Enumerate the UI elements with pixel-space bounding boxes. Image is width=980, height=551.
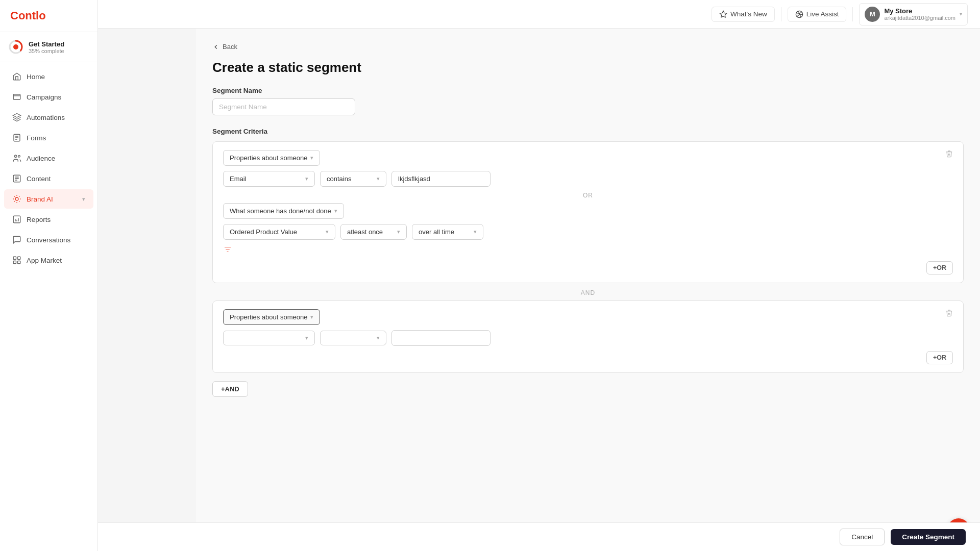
- segment-name-label: Segment Name: [212, 87, 964, 94]
- topbar-divider-2: [852, 7, 853, 21]
- criteria-block-2-row2: ▾ ▾: [223, 330, 953, 346]
- sidebar-item-automations[interactable]: Automations: [4, 108, 93, 127]
- svg-marker-14: [720, 11, 726, 17]
- plus-or-2-button[interactable]: +OR: [926, 351, 953, 364]
- criteria-1-field-chevron-down-icon: ▾: [305, 176, 308, 182]
- criteria-1-field-select[interactable]: Email ▾: [223, 171, 315, 187]
- logo[interactable]: Contlo: [0, 0, 97, 32]
- criteria-3-operator-select[interactable]: ▾: [320, 331, 386, 345]
- svg-rect-13: [18, 261, 20, 264]
- criteria-1-operator-chevron-down-icon: ▾: [377, 176, 380, 182]
- user-menu-chevron-down-icon: ▾: [960, 11, 962, 17]
- criteria-1-operator-select[interactable]: contains ▾: [320, 171, 386, 187]
- criteria-2-operator-chevron-down-icon: ▾: [397, 229, 400, 235]
- criteria-1-field-value: Email: [230, 175, 247, 183]
- page-title: Create a static segment: [212, 60, 964, 76]
- delete-criteria-1-button[interactable]: [943, 149, 955, 160]
- criteria-3-type-select[interactable]: Properties about someone ▾: [223, 309, 320, 325]
- criteria-1-type-select[interactable]: Properties about someone ▾: [223, 150, 320, 166]
- trash-icon: [945, 150, 953, 158]
- sidebar-item-home[interactable]: Home: [4, 67, 93, 86]
- whats-new-icon: [719, 10, 727, 18]
- back-link[interactable]: Back: [212, 43, 237, 51]
- progress-circle-icon: [8, 39, 23, 55]
- criteria-2-type-chevron-down-icon: ▾: [334, 208, 337, 214]
- audience-icon: [12, 154, 21, 163]
- user-email: arkajitdatta2010@gmail.com: [884, 15, 955, 21]
- live-assist-button[interactable]: Live Assist: [788, 7, 847, 22]
- sidebar: Contlo Get Started 35% complete Home Cam…: [0, 0, 98, 551]
- whats-new-label: What's New: [730, 10, 767, 18]
- reports-icon: [12, 215, 21, 224]
- brand-ai-expand-icon: ▾: [82, 196, 85, 203]
- criteria-2-field-value: Ordered Product Value: [230, 228, 297, 236]
- sidebar-item-content[interactable]: Content: [4, 169, 93, 188]
- criteria-2-time-select[interactable]: over all time ▾: [412, 224, 483, 240]
- conversations-icon: [12, 235, 21, 244]
- avatar: M: [865, 7, 880, 22]
- criteria-3-field-select[interactable]: ▾: [223, 331, 315, 345]
- live-assist-icon: [795, 10, 803, 18]
- criteria-3-type-value: Properties about someone: [230, 313, 307, 321]
- criteria-2-field-select[interactable]: Ordered Product Value ▾: [223, 224, 335, 240]
- get-started-title: Get Started: [29, 40, 64, 48]
- svg-rect-12: [13, 261, 16, 264]
- user-menu[interactable]: M My Store arkajitdatta2010@gmail.com ▾: [859, 3, 968, 26]
- svg-rect-9: [13, 216, 20, 223]
- criteria-3-value-input[interactable]: [391, 330, 491, 346]
- segment-name-section: Segment Name: [212, 87, 964, 115]
- topbar: What's New Live Assist M My Store arkaji…: [98, 0, 980, 29]
- campaigns-icon: [12, 92, 21, 102]
- cancel-button[interactable]: Cancel: [840, 529, 885, 545]
- trash-2-icon: [945, 309, 953, 317]
- criteria-row-2-fields: Ordered Product Value ▾ atleast once ▾ o…: [223, 224, 953, 240]
- sidebar-item-forms-label: Forms: [27, 134, 46, 142]
- segment-name-input[interactable]: [212, 98, 355, 115]
- criteria-row-1-type: Properties about someone ▾: [223, 150, 953, 166]
- svg-rect-3: [13, 94, 20, 100]
- sidebar-item-reports[interactable]: Reports: [4, 210, 93, 229]
- whats-new-button[interactable]: What's New: [712, 7, 775, 22]
- and-button[interactable]: +AND: [212, 381, 248, 397]
- create-segment-button[interactable]: Create Segment: [891, 529, 966, 545]
- criteria-1-operator-value: contains: [327, 175, 351, 183]
- sidebar-item-app-market-label: App Market: [27, 257, 62, 264]
- plus-or-1-button[interactable]: +OR: [926, 261, 953, 274]
- get-started-item[interactable]: Get Started 35% complete: [0, 32, 97, 62]
- sidebar-item-campaigns[interactable]: Campaigns: [4, 87, 93, 107]
- criteria-1-value-input[interactable]: [391, 171, 491, 187]
- svg-point-8: [15, 197, 18, 201]
- sidebar-item-forms[interactable]: Forms: [4, 128, 93, 147]
- criteria-3-field-chevron-down-icon: ▾: [305, 335, 308, 341]
- sidebar-item-brand-ai[interactable]: Brand AI ▾: [4, 189, 93, 209]
- criteria-1-type-value: Properties about someone: [230, 154, 307, 162]
- user-name: My Store: [884, 7, 955, 15]
- and-label: AND: [212, 289, 964, 296]
- svg-rect-10: [13, 257, 16, 259]
- svg-point-2: [13, 44, 18, 49]
- criteria-2-time-chevron-down-icon: ▾: [474, 229, 477, 235]
- criteria-2-operator-select[interactable]: atleast once ▾: [340, 224, 407, 240]
- sidebar-item-app-market[interactable]: App Market: [4, 251, 93, 270]
- criteria-3-operator-chevron-down-icon: ▾: [377, 335, 380, 341]
- sidebar-item-content-label: Content: [27, 175, 51, 183]
- criteria-2-type-select[interactable]: What someone has done/not done ▾: [223, 203, 344, 219]
- delete-criteria-2-button[interactable]: [943, 308, 955, 319]
- nav-items: Home Campaigns Automations Forms Audienc…: [0, 62, 97, 551]
- automations-icon: [12, 113, 21, 122]
- back-label: Back: [223, 43, 237, 51]
- avatar-initial: M: [870, 10, 875, 18]
- criteria-block-1: Properties about someone ▾ Email ▾ conta…: [212, 141, 964, 283]
- criteria-2-operator-value: atleast once: [347, 228, 383, 236]
- criteria-block-2-row1: Properties about someone ▾: [223, 309, 953, 325]
- content-icon: [12, 174, 21, 183]
- or-label-1: OR: [223, 192, 953, 199]
- sidebar-item-audience[interactable]: Audience: [4, 148, 93, 168]
- sidebar-item-audience-label: Audience: [27, 155, 55, 162]
- actions-bar: +AND: [212, 381, 964, 397]
- criteria-2-type-value: What someone has done/not done: [230, 207, 331, 215]
- segment-criteria-label: Segment Criteria: [212, 128, 964, 135]
- sidebar-item-conversations[interactable]: Conversations: [4, 230, 93, 249]
- svg-rect-11: [18, 257, 20, 259]
- filter-icon[interactable]: [223, 245, 232, 256]
